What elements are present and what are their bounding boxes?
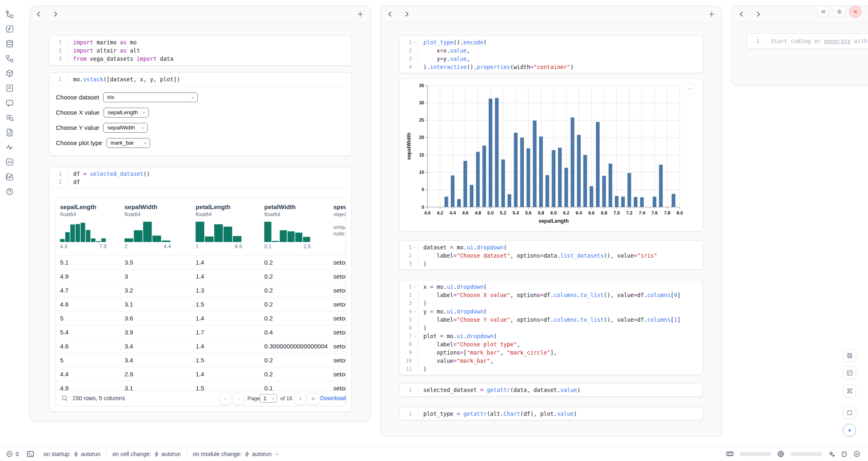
- code-line[interactable]: 2import altair as alt: [49, 46, 351, 55]
- code-line[interactable]: 1selected_dataset = getattr(data, datase…: [399, 386, 703, 394]
- terminal-button[interactable]: [26, 450, 35, 458]
- column-header[interactable]: sepalWidth: [125, 203, 186, 210]
- choose-y-value-select[interactable]: sepalWidth: [103, 123, 148, 133]
- nav-back-icon[interactable]: [386, 10, 394, 18]
- code-line[interactable]: 11): [399, 365, 703, 373]
- ai-sparkles-icon[interactable]: [828, 450, 835, 458]
- choose-dataset-select[interactable]: iris: [103, 92, 198, 102]
- code-line[interactable]: 4).interactive().properties(width="conta…: [399, 63, 703, 71]
- fold-chevron-icon[interactable]: [412, 285, 418, 289]
- table-row[interactable]: 4.42.91.40.2setosa: [56, 367, 346, 381]
- code-line[interactable]: 2 label="Choose dataset", options=data.l…: [399, 251, 703, 260]
- on-module-change-setting[interactable]: on module change: autorun: [193, 451, 279, 457]
- download-button[interactable]: Download: [320, 391, 346, 406]
- scratchpad-button[interactable]: [843, 406, 856, 419]
- code-square-icon[interactable]: [5, 158, 14, 166]
- table-row[interactable]: 4.73.21.30.2setosa: [56, 283, 346, 297]
- column-header[interactable]: species: [333, 203, 346, 210]
- settings-button[interactable]: [833, 5, 845, 18]
- on-cell-change-setting[interactable]: on cell change: autorun: [112, 451, 181, 457]
- column-header[interactable]: sepalLength: [60, 203, 122, 210]
- column-histogram[interactable]: [60, 221, 106, 242]
- code-line[interactable]: 9 options=["mark_bar", "mark_circle"],: [399, 348, 703, 357]
- code-cell-imports[interactable]: 1import marimo as mo2import altair as al…: [49, 35, 352, 66]
- code-line[interactable]: 1import marimo as mo: [49, 38, 351, 46]
- choose-plot-type-select[interactable]: mark_bar: [106, 138, 150, 148]
- help-circle-icon[interactable]: [5, 187, 14, 196]
- code-line[interactable]: 7plot = mo.ui.dropdown(: [399, 332, 703, 340]
- code-line[interactable]: 1dataset = mo.ui.dropdown(: [399, 243, 703, 251]
- code-line[interactable]: 1plot_type().encode(: [399, 38, 703, 46]
- code-cell-plot-type[interactable]: 1plot_type = getattr(alt.Chart(df), plot…: [399, 407, 703, 420]
- notebook-pen-icon[interactable]: [5, 173, 14, 181]
- chart-cell[interactable]: 4.04.24.44.64.85.05.25.45.65.86.06.26.46…: [399, 78, 703, 231]
- first-page-button[interactable]: [219, 393, 231, 405]
- scroll-text-icon[interactable]: [5, 84, 14, 92]
- nav-forward-icon[interactable]: [754, 10, 762, 18]
- code-line[interactable]: 2 x=x.value,: [399, 46, 703, 55]
- table-row[interactable]: 5.43.91.70.4setosa: [56, 325, 346, 339]
- table-row[interactable]: 53.41.50.2setosa: [56, 353, 346, 367]
- page-select[interactable]: 1: [260, 394, 277, 403]
- connection-status-icon[interactable]: [853, 450, 861, 458]
- chart-actions-icon[interactable]: [684, 83, 696, 95]
- nav-forward-icon[interactable]: [51, 10, 59, 18]
- code-line[interactable]: 1df = selected_dataset(): [49, 170, 351, 178]
- file-text-icon[interactable]: [5, 128, 14, 137]
- keyboard-shortcuts-button[interactable]: [843, 384, 856, 397]
- file-tree-icon[interactable]: [5, 10, 14, 18]
- app-view-button[interactable]: [843, 366, 856, 379]
- save-button[interactable]: [843, 349, 856, 362]
- code-line[interactable]: 2 label="Choose X value", options=df.col…: [399, 291, 703, 299]
- next-page-button[interactable]: [294, 393, 306, 405]
- code-cell-plot[interactable]: 1plot_type().encode(2 x=x.value,3 y=y.va…: [399, 35, 703, 73]
- close-button[interactable]: [849, 5, 861, 18]
- activity-icon[interactable]: [5, 143, 14, 152]
- code-cell-controls[interactable]: 1x = mo.ui.dropdown(2 label="Choose X va…: [399, 280, 703, 375]
- code-line[interactable]: 3): [399, 299, 703, 307]
- code-line[interactable]: 1plot_type = getattr(alt.Chart(df), plot…: [399, 410, 703, 418]
- code-cell-selected-dataset[interactable]: 1selected_dataset = getattr(data, datase…: [399, 383, 703, 396]
- code-line[interactable]: 8 label="Choose plot type",: [399, 340, 703, 348]
- column-histogram[interactable]: [125, 221, 171, 242]
- run-button[interactable]: [843, 424, 856, 437]
- error-indicator[interactable]: 0: [6, 450, 19, 458]
- code-line[interactable]: 2df: [49, 178, 351, 186]
- menu-button[interactable]: [817, 5, 829, 18]
- code-line[interactable]: 6): [399, 324, 703, 332]
- table-row[interactable]: 4.63.11.50.2setosa: [56, 297, 346, 311]
- code-line[interactable]: 3from vega_datasets import data: [49, 55, 351, 63]
- code-cell-vstack[interactable]: 1mo.vstack([dataset, x, y, plot]) Choose…: [49, 72, 352, 156]
- fold-chevron-icon[interactable]: [412, 246, 418, 249]
- chat-icon[interactable]: [5, 99, 14, 107]
- function-square-icon[interactable]: [5, 25, 14, 33]
- code-line[interactable]: 1Start coding or generate with AI: [747, 37, 868, 45]
- code-line[interactable]: 3): [399, 260, 703, 268]
- column-header[interactable]: petalWidth: [264, 203, 326, 210]
- code-line[interactable]: 1mo.vstack([dataset, x, y, plot]): [49, 75, 351, 83]
- nav-forward-icon[interactable]: [403, 10, 411, 18]
- search-icon[interactable]: [61, 394, 68, 402]
- prev-page-button[interactable]: [233, 393, 245, 405]
- bar-chart[interactable]: 4.04.24.44.64.85.05.25.45.65.86.06.26.46…: [405, 81, 689, 228]
- add-cell-icon[interactable]: [707, 10, 716, 18]
- column-histogram[interactable]: [196, 221, 242, 242]
- database-icon[interactable]: [5, 39, 14, 48]
- code-line[interactable]: 4y = mo.ui.dropdown(: [399, 307, 703, 316]
- list-search-icon[interactable]: [5, 113, 14, 122]
- nav-back-icon[interactable]: [35, 10, 43, 18]
- code-cell-dataframe[interactable]: 1df = selected_dataset()2df sepalLengthf…: [49, 167, 352, 412]
- marimo-runtime-icon[interactable]: [840, 450, 848, 458]
- nav-back-icon[interactable]: [738, 10, 746, 18]
- table-row[interactable]: 53.61.40.2setosa: [56, 311, 346, 325]
- code-line[interactable]: 5 label="Choose Y value", options=df.col…: [399, 316, 703, 324]
- table-row[interactable]: 4.63.41.40.30000000000000004setosa: [56, 339, 346, 353]
- empty-code-cell[interactable]: 1Start coding or generate with AI: [746, 33, 868, 49]
- column-histogram[interactable]: [264, 221, 311, 242]
- code-line[interactable]: 10 value="mark_bar",: [399, 357, 703, 365]
- add-cell-icon[interactable]: [356, 10, 365, 18]
- table-row[interactable]: 5.13.51.40.2setosa: [56, 255, 346, 269]
- package-icon[interactable]: [5, 69, 14, 78]
- on-startup-setting[interactable]: on startup: autorun: [44, 451, 101, 457]
- table-row[interactable]: 4.931.40.2setosa: [56, 269, 346, 283]
